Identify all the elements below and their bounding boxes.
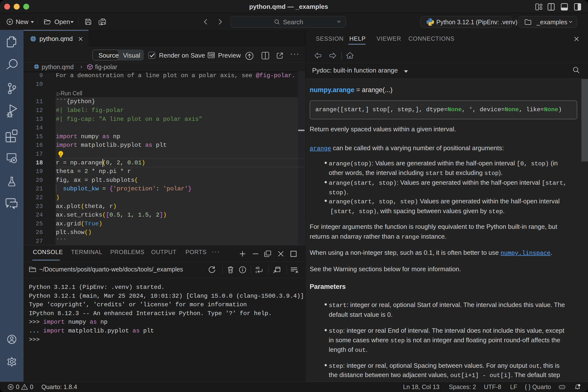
svg-text:c: c [256,270,258,274]
svg-text:ab: ab [256,266,260,270]
